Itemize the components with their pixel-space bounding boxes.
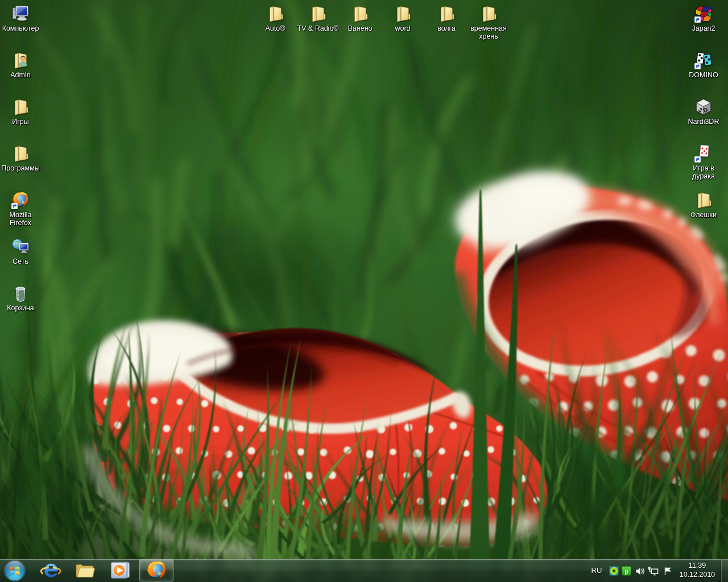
svg-text:µ: µ <box>624 568 628 575</box>
